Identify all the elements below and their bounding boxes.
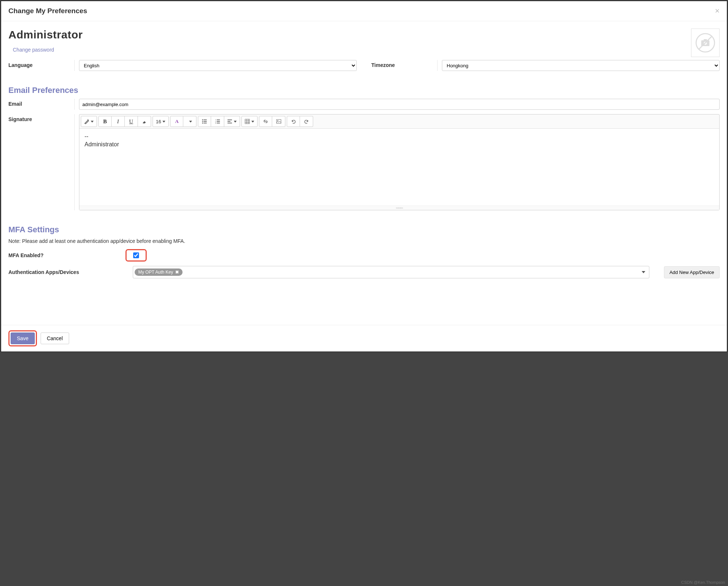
email-section-title: Email Preferences (8, 86, 720, 95)
list-ul-button[interactable] (198, 116, 211, 127)
undo-button[interactable] (287, 116, 300, 127)
signature-label: Signature (8, 114, 74, 210)
align-button[interactable] (224, 116, 240, 127)
email-input[interactable] (79, 99, 720, 110)
preferences-modal: Change My Preferences × Administrator Ch… (1, 1, 727, 352)
camera-off-icon (695, 33, 716, 53)
user-name: Administrator (8, 29, 720, 41)
svg-rect-12 (217, 120, 220, 120)
editor-toolbar: B I U 16 A (79, 114, 719, 129)
svg-rect-18 (228, 121, 230, 122)
underline-button[interactable]: U (125, 116, 138, 127)
save-button[interactable]: Save (11, 333, 35, 344)
close-icon[interactable]: × (715, 6, 720, 16)
modal-header: Change My Preferences × (1, 1, 727, 21)
add-device-button[interactable]: Add New App/Device (664, 266, 720, 278)
modal-footer: Save Cancel (1, 325, 727, 352)
svg-point-7 (202, 121, 203, 122)
auth-app-tag: My OPT Auth Key ✖ (135, 268, 183, 276)
svg-point-26 (277, 120, 278, 121)
chevron-down-icon[interactable] (642, 271, 645, 273)
timezone-label: Timezone (371, 60, 437, 71)
svg-rect-10 (204, 123, 207, 124)
svg-rect-17 (228, 120, 232, 120)
font-color-caret[interactable] (183, 116, 196, 127)
svg-rect-2 (704, 39, 707, 41)
remove-tag-icon[interactable]: ✖ (175, 270, 179, 275)
mfa-section-title: MFA Settings (8, 225, 720, 234)
signature-editor: B I U 16 A (79, 114, 720, 210)
modal-body: Administrator Change password Language E… (1, 21, 727, 325)
cancel-button[interactable]: Cancel (41, 333, 69, 344)
svg-rect-25 (277, 120, 281, 124)
font-size-select[interactable]: 16 (153, 116, 169, 127)
svg-point-9 (202, 123, 203, 124)
user-header: Administrator Change password (8, 29, 720, 53)
change-password-link[interactable]: Change password (13, 47, 54, 53)
table-button[interactable] (241, 116, 258, 127)
email-label: Email (8, 99, 74, 110)
auth-apps-label: Authentication Apps/Devices (8, 269, 133, 275)
bold-button[interactable]: B (98, 116, 112, 127)
svg-line-4 (699, 37, 712, 49)
svg-rect-19 (228, 123, 232, 124)
redo-button[interactable] (300, 116, 313, 127)
auth-apps-select[interactable]: My OPT Auth Key ✖ (133, 266, 649, 278)
svg-text:3: 3 (215, 122, 216, 124)
erase-button[interactable] (138, 116, 151, 127)
font-color-button[interactable]: A (170, 116, 183, 127)
svg-rect-14 (217, 121, 220, 122)
language-label: Language (8, 60, 74, 71)
mfa-enabled-label: MFA Enabled? (8, 252, 125, 258)
save-highlight-box: Save (8, 330, 37, 346)
mfa-note: Note: Please add at least one authentica… (8, 238, 720, 244)
svg-rect-8 (204, 121, 207, 122)
mfa-highlight-box (125, 249, 147, 262)
svg-rect-20 (245, 119, 249, 124)
italic-button[interactable]: I (112, 116, 125, 127)
wand-icon[interactable] (81, 116, 97, 127)
language-select[interactable]: English (79, 60, 357, 71)
mfa-enabled-checkbox[interactable] (133, 252, 139, 258)
signature-content[interactable]: -- Administrator (79, 129, 719, 206)
modal-title: Change My Preferences (8, 7, 87, 15)
link-button[interactable] (259, 116, 272, 127)
list-ol-button[interactable]: 123 (211, 116, 224, 127)
svg-point-5 (202, 119, 203, 120)
lang-tz-row: Language English Timezone Hongkong (8, 60, 720, 71)
image-button[interactable] (272, 116, 285, 127)
editor-resize-handle[interactable] (79, 206, 719, 210)
svg-rect-16 (217, 123, 220, 124)
svg-rect-6 (204, 120, 207, 120)
avatar-placeholder[interactable] (691, 29, 720, 57)
timezone-select[interactable]: Hongkong (442, 60, 720, 71)
